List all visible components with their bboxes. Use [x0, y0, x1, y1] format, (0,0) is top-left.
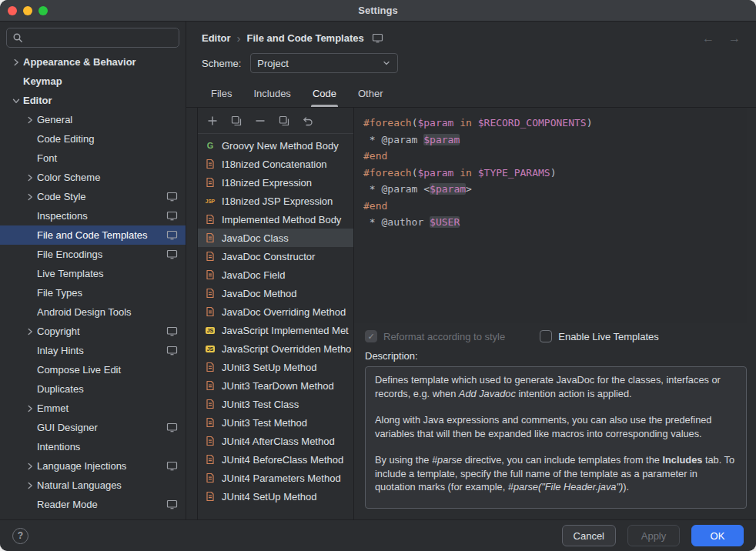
sidebar-item-file-encodings[interactable]: File Encodings [0, 245, 186, 264]
scheme-select[interactable]: Project [250, 53, 398, 73]
template-icon [204, 473, 216, 483]
sidebar-item-inlay-hints[interactable]: Inlay Hints [0, 341, 186, 360]
tab-files[interactable]: Files [202, 81, 241, 107]
settings-tree: Appearance & BehaviorKeymapEditorGeneral… [0, 52, 186, 519]
sidebar-item-language-injections[interactable]: Language Injections [0, 456, 186, 476]
template-icon [204, 417, 216, 428]
sidebar-item-code-style[interactable]: Code Style [0, 187, 186, 206]
description-panel[interactable]: Defines template which used to generate … [365, 366, 747, 509]
close-button[interactable] [8, 6, 17, 15]
remove-icon[interactable] [254, 115, 266, 127]
template-item-junit3-test-method[interactable]: JUnit3 Test Method [198, 413, 353, 432]
minimize-button[interactable] [23, 6, 32, 15]
footer: ? Cancel Apply OK [0, 519, 756, 551]
template-item-javascript-implemented-met[interactable]: JSJavaScript Implemented Met [198, 321, 353, 339]
template-item-junit4-setup-method[interactable]: JUnit4 SetUp Method [198, 487, 353, 506]
tab-code[interactable]: Code [303, 81, 346, 107]
sidebar-item-live-templates[interactable]: Live Templates [0, 264, 186, 283]
ok-button[interactable]: OK [691, 525, 744, 546]
template-item-junit3-teardown-method[interactable]: JUnit3 TearDown Method [198, 376, 353, 395]
template-item-implemented-method-body[interactable]: Implemented Method Body [198, 210, 353, 229]
template-icon [204, 214, 216, 225]
chevron-right-icon[interactable] [23, 192, 37, 202]
sidebar-item-intentions[interactable]: Intentions [0, 437, 186, 456]
template-item-javadoc-class[interactable]: JavaDoc Class [198, 229, 353, 247]
sidebar-item-appearance-behavior[interactable]: Appearance & Behavior [0, 52, 186, 72]
tabs: FilesIncludesCodeOther [186, 81, 756, 108]
template-item-junit4-afterclass-method[interactable]: JUnit4 AfterClass Method [198, 432, 353, 450]
template-item-i18nized-jsp-expression[interactable]: JSPI18nized JSP Expression [198, 192, 353, 210]
checkbox-check-icon: ✓ [365, 330, 377, 342]
duplicate-icon[interactable] [278, 115, 290, 127]
template-item-label: JavaScript Implemented Met [222, 325, 349, 336]
header-row: Editor › File and Code Templates ← → [186, 22, 756, 50]
sidebar-item-label: File Encodings [37, 249, 166, 260]
sidebar-item-file-and-code-templates[interactable]: File and Code Templates [0, 225, 186, 245]
chevron-right-icon[interactable] [23, 172, 37, 183]
sidebar-item-natural-languages[interactable]: Natural Languages [0, 476, 186, 495]
template-item-javadoc-field[interactable]: JavaDoc Field [198, 265, 353, 284]
template-item-i18nized-concatenation[interactable]: I18nized Concatenation [198, 155, 353, 173]
template-item-javascript-overridden-metho[interactable]: JSJavaScript Overridden Metho [198, 339, 353, 358]
template-editor[interactable]: #foreach($param in $RECORD_COMPONENTS) *… [354, 108, 747, 323]
chevron-down-icon[interactable] [9, 95, 23, 106]
template-item-javadoc-overriding-method[interactable]: JavaDoc Overriding Method [198, 302, 353, 321]
sidebar-item-code-editing[interactable]: Code Editing [0, 129, 186, 149]
search-input[interactable] [27, 32, 173, 44]
sidebar-item-font[interactable]: Font [0, 149, 186, 168]
screen-badge-icon [166, 346, 178, 356]
sidebar-item-general[interactable]: General [0, 110, 186, 129]
sidebar-item-label: Appearance & Behavior [23, 56, 178, 68]
forward-button[interactable]: → [728, 32, 741, 45]
template-item-i18nized-expression[interactable]: I18nized Expression [198, 173, 353, 192]
sidebar-item-label: Compose Live Edit [37, 364, 178, 376]
breadcrumb-editor[interactable]: Editor [202, 32, 231, 44]
template-icon [204, 362, 216, 372]
sidebar-item-reader-mode[interactable]: Reader Mode [0, 495, 186, 514]
sidebar-item-duplicates[interactable]: Duplicates [0, 379, 186, 399]
sidebar-item-label: Copyright [37, 326, 166, 337]
template-item-label: JUnit4 AfterClass Method [222, 436, 335, 447]
sidebar-item-copyright[interactable]: Copyright [0, 322, 186, 341]
chevron-right-icon[interactable] [23, 326, 37, 337]
settings-search[interactable] [6, 28, 179, 48]
sidebar-item-gui-designer[interactable]: GUI Designer [0, 418, 186, 437]
settings-body: Appearance & BehaviorKeymapEditorGeneral… [0, 22, 756, 519]
template-item-javadoc-constructor[interactable]: JavaDoc Constructor [198, 247, 353, 265]
copy-icon[interactable] [230, 115, 243, 127]
back-button[interactable]: ← [702, 32, 714, 45]
template-item-javadoc-method[interactable]: JavaDoc Method [198, 284, 353, 302]
template-item-label: JavaDoc Class [222, 232, 289, 244]
enable-live-templates-label: Enable Live Templates [558, 331, 659, 342]
sidebar-item-compose-live-edit[interactable]: Compose Live Edit [0, 360, 186, 379]
template-item-junit3-test-class[interactable]: JUnit3 Test Class [198, 395, 353, 413]
sidebar-item-emmet[interactable]: Emmet [0, 399, 186, 418]
template-item-junit4-parameters-method[interactable]: JUnit4 Parameters Method [198, 469, 353, 487]
reformat-checkbox[interactable]: ✓ Reformat according to style [365, 330, 505, 342]
tab-other[interactable]: Other [349, 81, 393, 107]
add-icon[interactable] [206, 115, 219, 127]
sidebar-item-label: Code Editing [37, 133, 178, 145]
chevron-right-icon[interactable] [23, 461, 37, 472]
tab-includes[interactable]: Includes [244, 81, 299, 107]
sidebar-item-android-design-tools[interactable]: Android Design Tools [0, 302, 186, 322]
revert-icon[interactable] [302, 115, 314, 127]
chevron-right-icon[interactable] [9, 57, 23, 68]
cancel-button[interactable]: Cancel [562, 525, 616, 546]
sidebar-item-keymap[interactable]: Keymap [0, 72, 186, 91]
template-item-junit3-setup-method[interactable]: JUnit3 SetUp Method [198, 358, 353, 376]
chevron-right-icon[interactable] [23, 480, 37, 491]
sidebar-item-color-scheme[interactable]: Color Scheme [0, 168, 186, 187]
zoom-button[interactable] [38, 6, 48, 15]
template-item-groovy-new-method-body[interactable]: GGroovy New Method Body [198, 136, 353, 155]
apply-button[interactable]: Apply [627, 525, 680, 546]
enable-live-templates-checkbox[interactable]: Enable Live Templates [540, 330, 659, 342]
chevron-right-icon[interactable] [23, 115, 37, 125]
template-item-junit4-beforeclass-method[interactable]: JUnit4 BeforeClass Method [198, 450, 353, 469]
sidebar-item-inspections[interactable]: Inspections [0, 206, 186, 225]
help-button[interactable]: ? [12, 528, 28, 544]
sidebar-item-file-types[interactable]: File Types [0, 283, 186, 302]
chevron-right-icon[interactable] [23, 403, 37, 414]
sidebar-item-label: File Types [37, 287, 178, 299]
sidebar-item-editor[interactable]: Editor [0, 91, 186, 110]
